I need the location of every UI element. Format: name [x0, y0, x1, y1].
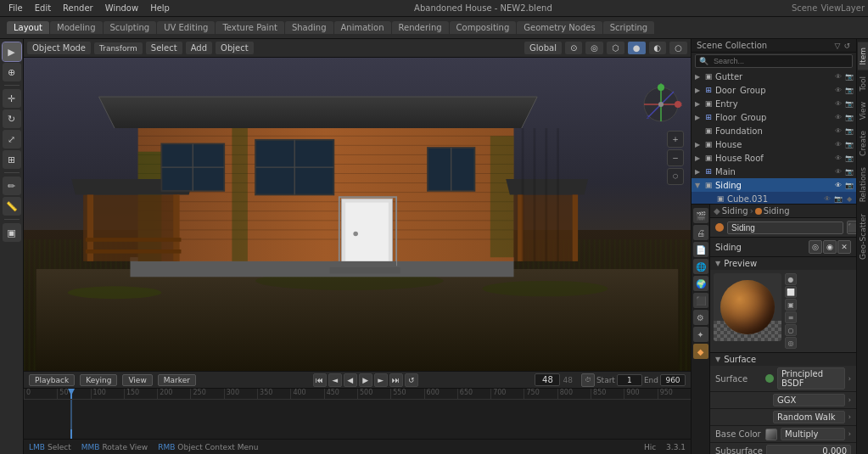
transform-tool[interactable]: ⊞: [3, 150, 21, 169]
expand-houseroof[interactable]: ▶: [693, 154, 702, 162]
move-tool[interactable]: ✛: [3, 89, 21, 108]
tree-item-floor[interactable]: ▶ ⊞ Floor_Group 👁 📷: [692, 110, 856, 124]
outliner-search[interactable]: [710, 56, 848, 66]
view-menu[interactable]: Transform: [94, 42, 143, 54]
tl-loop[interactable]: ↺: [405, 373, 418, 387]
mat-icon-10[interactable]: ◆: [844, 193, 854, 204]
tl-view[interactable]: View: [122, 374, 152, 386]
expand-gutter[interactable]: ▶: [693, 73, 702, 81]
expand-floor[interactable]: ▶: [693, 114, 702, 121]
eye-icon-7[interactable]: 👁: [833, 153, 843, 163]
strip-tab-create[interactable]: Create: [858, 126, 868, 161]
world-props-icon[interactable]: 🌍: [693, 276, 708, 291]
tab-layout[interactable]: Layout: [7, 21, 49, 34]
output-props-icon[interactable]: 🖨: [693, 225, 708, 240]
strip-tab-view[interactable]: View: [858, 97, 868, 125]
tab-animation[interactable]: Animation: [334, 21, 391, 34]
render-props-icon[interactable]: 🎬: [693, 208, 708, 223]
expand-house[interactable]: ▶: [693, 141, 702, 149]
eye-icon-6[interactable]: 👁: [833, 139, 843, 149]
shading-material[interactable]: ◐: [649, 42, 667, 54]
eye-icon-10[interactable]: 👁: [822, 193, 832, 204]
zoom-in-btn[interactable]: +: [667, 131, 684, 148]
tab-geo-nodes[interactable]: Geometry Nodes: [517, 21, 602, 34]
mat-nodes-btn[interactable]: ◎: [809, 240, 822, 254]
mat-preview-btn[interactable]: ◉: [823, 240, 837, 254]
strip-tab-geoscatter[interactable]: Geo-Scatter: [858, 209, 868, 265]
rotate-tool[interactable]: ↻: [3, 109, 21, 128]
select-menu[interactable]: Select: [146, 42, 182, 54]
prev-hair-btn[interactable]: ≡: [785, 311, 797, 323]
viewport-gizmo[interactable]: Y X Z: [640, 83, 682, 128]
object-menu[interactable]: Object: [216, 42, 254, 54]
cam-icon[interactable]: 📷: [844, 71, 854, 81]
tree-item-house[interactable]: ▶ ▣ House 👁 📷: [692, 137, 856, 151]
expand-siding[interactable]: ▼: [693, 182, 702, 189]
zoom-out-btn[interactable]: −: [667, 149, 684, 166]
cam-icon-9[interactable]: 📷: [844, 180, 854, 190]
eye-icon-4[interactable]: 👁: [833, 112, 843, 122]
material-name-field[interactable]: [727, 221, 843, 234]
tree-item-foundation[interactable]: ▣ Foundation 👁 📷: [692, 124, 856, 137]
tree-item-siding[interactable]: ▼ ▣ Siding 👁 📷: [692, 178, 856, 192]
menu-edit[interactable]: Edit: [30, 3, 56, 13]
menu-file[interactable]: File: [3, 3, 28, 13]
tab-rendering[interactable]: Rendering: [392, 21, 449, 34]
strip-tab-relations[interactable]: Relations: [858, 162, 868, 207]
shading-render[interactable]: ○: [669, 42, 687, 54]
tl-play-reverse[interactable]: ◀: [344, 373, 357, 387]
cam-icon-7[interactable]: 📷: [844, 153, 854, 163]
mat-browse-btn[interactable]: ⬛: [847, 221, 856, 234]
menu-window[interactable]: Window: [100, 3, 143, 13]
add-menu[interactable]: Add: [186, 42, 212, 54]
add-tool[interactable]: ▣: [3, 223, 21, 242]
scale-tool[interactable]: ⤢: [3, 130, 21, 149]
prev-sphere-btn[interactable]: ●: [785, 273, 797, 285]
tab-shading[interactable]: Shading: [285, 21, 333, 34]
preview-header[interactable]: ▼ Preview: [710, 257, 856, 270]
tl-playback[interactable]: Playback: [29, 374, 75, 386]
global-pivot[interactable]: Global: [524, 42, 562, 54]
menu-render[interactable]: Render: [58, 3, 98, 13]
eye-icon-5[interactable]: 👁: [833, 126, 843, 136]
tl-play[interactable]: ▶: [359, 373, 372, 387]
material-props-icon[interactable]: ◆: [693, 344, 708, 359]
select-tool[interactable]: ▶: [3, 42, 21, 61]
strip-tab-item[interactable]: Item: [858, 42, 868, 70]
tl-marker[interactable]: Marker: [158, 374, 196, 386]
eye-icon-3[interactable]: 👁: [833, 98, 843, 109]
tab-scripting[interactable]: Scripting: [603, 21, 654, 34]
timeline-ruler[interactable]: 0 50 100 150 200 250 300 350 400 450 500…: [24, 389, 691, 439]
overlay-btn[interactable]: ◎: [585, 42, 603, 54]
zoom-fit-btn[interactable]: ⬡: [667, 168, 684, 185]
current-frame[interactable]: 48: [535, 373, 560, 386]
tab-uv[interactable]: UV Editing: [157, 21, 215, 34]
tree-item-door[interactable]: ▶ ⊞ Door_Group 👁 📷: [692, 83, 856, 97]
cam-icon-10[interactable]: 📷: [833, 193, 843, 204]
distribution-selector[interactable]: GGX: [773, 394, 845, 406]
base-color-mode[interactable]: Multiply: [781, 428, 845, 440]
eye-icon-2[interactable]: 👁: [833, 85, 843, 95]
eye-icon[interactable]: 👁: [833, 71, 843, 81]
mode-selector[interactable]: Object Mode: [27, 42, 91, 54]
3d-viewport[interactable]: Y X Z + − ⬡: [24, 58, 691, 371]
snap-btn[interactable]: ⊙: [565, 42, 582, 54]
tl-jump-start[interactable]: ⏮: [313, 373, 327, 387]
tl-next-keyframe[interactable]: ►: [374, 373, 388, 387]
cursor-tool[interactable]: ⊕: [3, 63, 21, 81]
expand-main[interactable]: ▶: [693, 168, 702, 176]
surface-header[interactable]: ▼ Surface: [710, 353, 856, 366]
object-props-icon[interactable]: ⬛: [693, 293, 708, 308]
view-props-icon[interactable]: 📄: [693, 242, 708, 257]
modifier-props-icon[interactable]: ⚙: [693, 310, 708, 325]
tree-item-cube[interactable]: ▣ Cube.031 👁 📷 ◆: [692, 192, 856, 204]
tab-modeling[interactable]: Modeling: [50, 21, 103, 34]
prev-pin-btn[interactable]: ◎: [785, 337, 797, 349]
particles-props-icon[interactable]: ✦: [693, 327, 708, 342]
prev-world-btn[interactable]: ○: [785, 324, 797, 336]
eye-icon-9[interactable]: 👁: [833, 180, 843, 190]
base-color-swatch[interactable]: [765, 429, 777, 440]
cam-icon-5[interactable]: 📷: [844, 126, 854, 136]
tab-sculpting[interactable]: Sculpting: [104, 21, 157, 34]
eye-icon-8[interactable]: 👁: [833, 166, 843, 177]
